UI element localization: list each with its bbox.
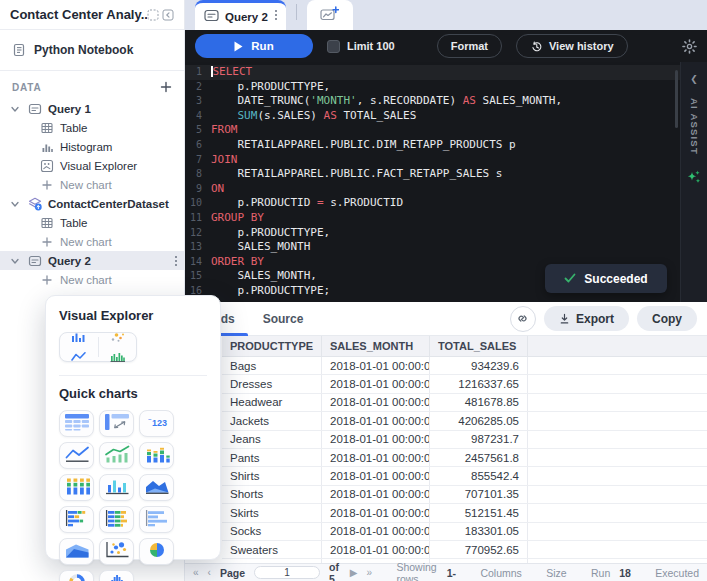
share-link-button[interactable] — [510, 306, 536, 332]
chevron-down-icon[interactable] — [8, 255, 22, 267]
sidebar-item-histogram[interactable]: Histogram — [0, 137, 184, 156]
quick-chart-grouped-column-button[interactable] — [59, 474, 94, 501]
checkbox-icon — [327, 40, 340, 53]
results-actions: Export Copy — [510, 306, 707, 332]
table-header-row: PRODUCTTYPESALES_MONTHTOTAL_SALES — [222, 336, 707, 357]
hbar-chart-icon — [144, 509, 170, 531]
sidebar-item-new-chart[interactable]: New chart — [0, 175, 184, 194]
main-area: Query 2 Run Limit 100 Format — [185, 0, 707, 581]
visual-explorer-button[interactable] — [59, 332, 137, 362]
table-cell: 2018-01-01 00:00:00 — [322, 375, 430, 392]
tree-item-label: Visual Explorer — [60, 160, 137, 172]
table-icon — [40, 121, 54, 135]
table-row: Headwear2018-01-01 00:00:00481678.85 — [222, 394, 707, 412]
quick-chart-table-button[interactable] — [59, 410, 94, 437]
quick-chart-pie-button[interactable] — [139, 538, 174, 565]
collapse-sidebar-button[interactable] — [147, 9, 174, 21]
executed-label: Executed — [655, 567, 699, 579]
page-number-input[interactable] — [254, 566, 320, 579]
sidebar-item-visual-explorer[interactable]: Visual Explorer — [0, 156, 184, 175]
new-tab-button[interactable] — [307, 0, 353, 30]
limit-100-checkbox[interactable]: Limit 100 — [327, 40, 395, 53]
sidebar-item-query-2[interactable]: Query 2 — [0, 251, 184, 270]
quick-chart-hbar-button[interactable] — [139, 506, 174, 533]
quick-chart-single-value-button[interactable]: ~123 — [139, 410, 174, 437]
chevron-down-icon[interactable] — [8, 103, 22, 115]
code-line: 9ON — [185, 182, 680, 197]
code-line: 11GROUP BY — [185, 211, 680, 226]
next-page-icon[interactable]: ▶ — [350, 567, 358, 578]
table-row: Shorts2018-01-01 00:00:00707101.35 — [222, 486, 707, 504]
editor-toolbar: Run Limit 100 Format View history — [185, 30, 707, 62]
quick-chart-area-button[interactable] — [139, 474, 174, 501]
column-header-producttype[interactable]: PRODUCTTYPE — [222, 336, 322, 356]
history-clock-icon — [530, 40, 543, 53]
ve-columns-icon — [71, 329, 86, 347]
table-row: Pants2018-01-01 00:00:002457561.8 — [222, 449, 707, 467]
quick-chart-scatter-button[interactable] — [99, 538, 134, 565]
add-data-plus-icon[interactable] — [160, 81, 172, 93]
table-cell: 855542.4 — [430, 467, 528, 484]
quick-chart-hbar-grouped-button[interactable] — [59, 506, 94, 533]
tab-query-2[interactable]: Query 2 — [195, 0, 286, 30]
view-history-button[interactable]: View history — [516, 34, 628, 58]
prev-page-icon[interactable]: ‹ — [208, 567, 211, 578]
scatter-chart-icon — [104, 541, 130, 563]
size-control[interactable]: Size — [546, 567, 566, 579]
ai-assist-panel: ❮ AI ASSIST — [680, 62, 707, 302]
tab-label: Query 2 — [225, 11, 268, 23]
tree-item-label: Table — [60, 122, 88, 134]
quick-chart-pivot-button[interactable] — [99, 410, 134, 437]
ai-sparkle-icon[interactable] — [686, 169, 702, 185]
quick-chart-line-button[interactable] — [59, 442, 94, 469]
code-line: 5FROM — [185, 123, 680, 138]
code-line: 1SELECT — [185, 65, 680, 80]
table-cell: Dresses — [222, 375, 322, 392]
quick-chart-combo-button[interactable] — [99, 442, 134, 469]
quick-chart-histogram-button[interactable] — [99, 570, 134, 581]
quick-chart-stacked-column-button[interactable] — [139, 442, 174, 469]
quick-chart-column-button[interactable] — [99, 474, 134, 501]
pagination-bar: « ‹ Page of 5 ▶ » Showing rows 1- Column… — [185, 563, 707, 581]
quick-chart-hbar-stacked-button[interactable] — [99, 506, 134, 533]
plus-icon — [40, 235, 54, 249]
table-cell: 183301.05 — [430, 523, 528, 540]
table-cell: 770952.65 — [430, 541, 528, 558]
format-button[interactable]: Format — [437, 34, 502, 58]
table-cell: 2018-01-01 00:00:00 — [322, 394, 430, 411]
sidebar-item-new-chart[interactable]: New chart — [0, 270, 184, 289]
sidebar-item-query-1[interactable]: Query 1 — [0, 99, 184, 118]
play-icon — [234, 41, 243, 52]
sidebar-item-contactcenterdataset[interactable]: ContactCenterDataset — [0, 194, 184, 213]
tab-source[interactable]: Source — [263, 303, 304, 335]
sidebar-item-python-notebook[interactable]: Python Notebook — [8, 38, 176, 62]
tab-menu-kebab-icon[interactable] — [274, 8, 278, 26]
sidebar-item-new-chart[interactable]: New chart — [0, 232, 184, 251]
run-button[interactable]: Run — [195, 34, 313, 58]
sidebar-item-table[interactable]: Table — [0, 118, 184, 137]
rows-range-value: 1- — [447, 567, 456, 579]
last-page-icon[interactable]: » — [367, 567, 373, 578]
collapse-chevron-icon[interactable]: ❮ — [690, 74, 698, 84]
settings-gear-icon[interactable] — [682, 39, 697, 54]
table-cell: Jeans — [222, 431, 322, 448]
quick-chart-donut-button[interactable] — [59, 570, 94, 581]
column-header-sales_month[interactable]: SALES_MONTH — [322, 336, 430, 356]
dashed-panel-icon — [147, 9, 159, 21]
table-row: Bags2018-01-01 00:00:00934239.6 — [222, 357, 707, 375]
export-button[interactable]: Export — [544, 306, 629, 331]
quick-chart-area-stacked-button[interactable] — [59, 538, 94, 565]
copy-button[interactable]: Copy — [637, 306, 697, 331]
column-header-total_sales[interactable]: TOTAL_SALES — [430, 336, 528, 356]
code-line: 10 p.PRODUCTID = s.PRODUCTID — [185, 196, 680, 211]
donut-chart-icon — [64, 573, 90, 581]
histogram-icon — [40, 140, 54, 154]
ve-scatter-icon — [110, 329, 125, 347]
table-cell: Socks — [222, 523, 322, 540]
sidebar-item-table[interactable]: Table — [0, 213, 184, 232]
chevron-down-icon[interactable] — [8, 198, 22, 210]
columns-control[interactable]: Columns — [480, 567, 521, 579]
editor-scrollbar[interactable] — [675, 70, 678, 128]
area-stacked-chart-icon — [64, 541, 90, 563]
single-value-chart-icon: ~123 — [144, 413, 170, 435]
